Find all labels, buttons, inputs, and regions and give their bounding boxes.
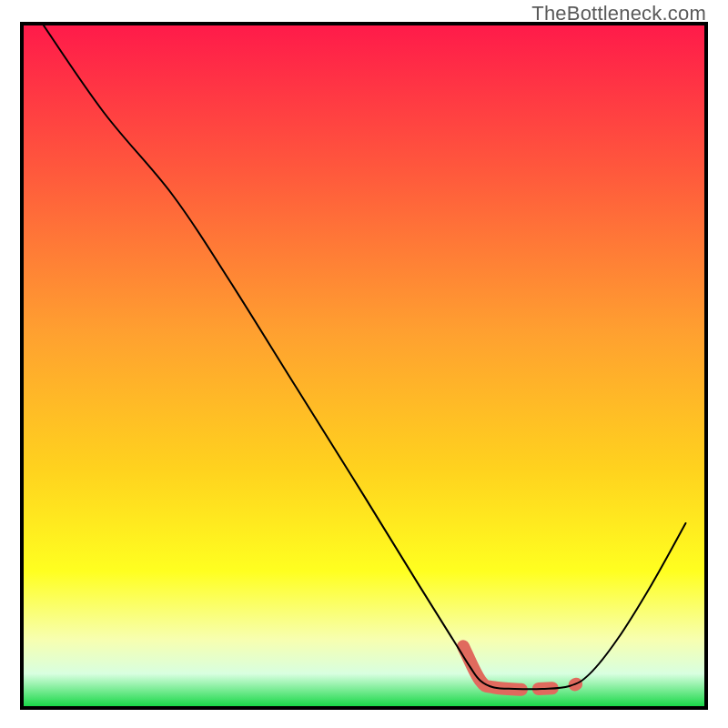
gradient-background <box>22 24 706 708</box>
chart-container: TheBottleneck.com <box>0 0 728 728</box>
bottleneck-chart <box>0 0 728 728</box>
watermark-text: TheBottleneck.com <box>531 2 706 25</box>
